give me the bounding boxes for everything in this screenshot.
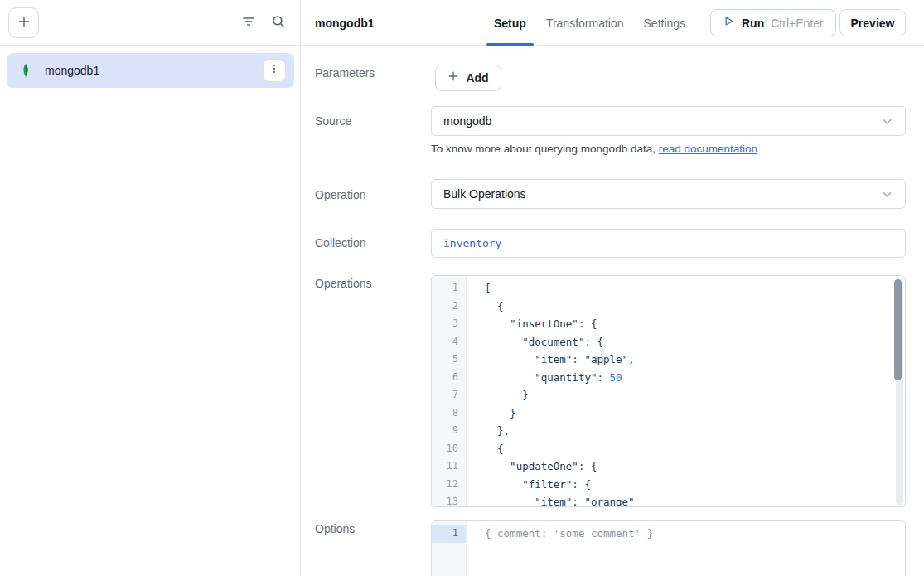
operations-code-editor[interactable]: 12345678910111213 [ { "insertOne": { "do… [431, 275, 906, 507]
code-line[interactable]: "document": { [485, 333, 905, 351]
code-line[interactable]: { [485, 440, 905, 458]
chevron-down-icon [881, 115, 893, 128]
query-detail-panel: mongodb1 Setup Transformation Settings R… [302, 0, 924, 576]
query-header: mongodb1 Setup Transformation Settings R… [302, 0, 924, 46]
line-number: 2 [432, 298, 466, 316]
source-label: Source [315, 114, 351, 128]
filter-icon [241, 14, 256, 32]
options-code-editor[interactable]: 1 { comment: 'some comment' } [431, 520, 906, 576]
line-number: 4 [432, 333, 466, 351]
search-queries-button[interactable] [267, 12, 290, 35]
line-number: 1 [432, 279, 466, 298]
run-button[interactable]: Run Ctrl+Enter [710, 9, 836, 36]
code-line[interactable]: }, [485, 422, 905, 440]
query-item-menu-button[interactable] [263, 59, 286, 82]
query-editor-page: mongodb1 mongodb1 Setup Transformation S… [0, 0, 924, 576]
editor-scrollbar-thumb[interactable] [894, 279, 902, 380]
parameters-label: Parameters [315, 66, 375, 80]
query-list-item-mongodb1[interactable]: mongodb1 [7, 53, 294, 88]
read-documentation-link[interactable]: read documentation [659, 143, 757, 155]
search-icon [271, 14, 286, 32]
tab-transformation[interactable]: Transformation [546, 0, 624, 46]
line-number: 7 [432, 386, 466, 404]
run-button-label: Run [742, 17, 764, 30]
code-line[interactable]: { comment: 'some comment' } [485, 525, 905, 543]
helper-text: To know more about querying mongodb data… [431, 143, 659, 155]
tab-setup[interactable]: Setup [494, 0, 526, 46]
source-value: mongodb [443, 114, 491, 128]
query-tabs: Setup Transformation Settings [494, 0, 685, 46]
source-select[interactable]: mongodb [431, 106, 906, 136]
collection-input[interactable]: inventory [431, 229, 906, 258]
plus-icon [447, 70, 459, 85]
code-line[interactable]: } [485, 386, 905, 404]
line-number-gutter: 1 [432, 521, 467, 576]
query-item-label: mongodb1 [45, 64, 99, 77]
add-parameter-button[interactable]: Add [435, 65, 501, 91]
line-number: 9 [432, 422, 466, 440]
play-icon [723, 15, 735, 31]
tab-settings[interactable]: Settings [644, 0, 686, 46]
query-title: mongodb1 [315, 17, 375, 30]
line-number: 8 [432, 404, 466, 423]
code-line[interactable]: [ [485, 279, 905, 298]
sidebar-header [0, 0, 300, 46]
code-content[interactable]: { comment: 'some comment' } [467, 521, 905, 576]
line-number: 5 [432, 351, 466, 369]
collection-label: Collection [315, 236, 365, 249]
run-shortcut: Ctrl+Enter [771, 17, 823, 30]
line-number: 12 [432, 476, 466, 494]
code-line[interactable]: "item": "orange" [485, 493, 905, 507]
add-query-button[interactable] [8, 7, 39, 38]
line-number: 13 [432, 493, 466, 507]
source-helper-text: To know more about querying mongodb data… [431, 143, 757, 155]
kebab-menu-icon [268, 63, 280, 78]
code-line[interactable]: "quantity": 50 [485, 369, 905, 387]
code-line[interactable]: "insertOne": { [485, 315, 905, 333]
mongodb-leaf-icon [18, 63, 33, 78]
code-line[interactable]: "item": "apple", [485, 351, 905, 369]
editor-scrollbar-track[interactable] [896, 278, 903, 505]
preview-button[interactable]: Preview [839, 9, 906, 36]
add-parameter-label: Add [466, 71, 488, 85]
collection-value: inventory [443, 237, 501, 249]
chevron-down-icon [881, 188, 893, 201]
code-line[interactable]: } [485, 404, 905, 423]
line-number: 10 [432, 440, 466, 458]
code-line[interactable]: "filter": { [485, 476, 905, 494]
line-number-gutter: 12345678910111213 [432, 276, 467, 506]
operation-value: Bulk Operations [443, 187, 526, 201]
operation-select[interactable]: Bulk Operations [431, 179, 906, 209]
code-line[interactable]: { [485, 298, 905, 316]
code-content[interactable]: [ { "insertOne": { "document": { "item":… [467, 276, 905, 506]
query-list-sidebar: mongodb1 [0, 0, 301, 576]
filter-queries-button[interactable] [237, 12, 260, 35]
line-number: 6 [432, 369, 466, 387]
plus-icon [17, 15, 31, 31]
operations-label: Operations [315, 277, 371, 290]
code-line[interactable]: "updateOne": { [485, 457, 905, 476]
operation-label: Operation [315, 188, 365, 201]
line-number: 3 [432, 315, 466, 333]
line-number: 1 [432, 525, 466, 543]
options-label: Options [315, 522, 355, 535]
line-number: 11 [432, 457, 466, 476]
